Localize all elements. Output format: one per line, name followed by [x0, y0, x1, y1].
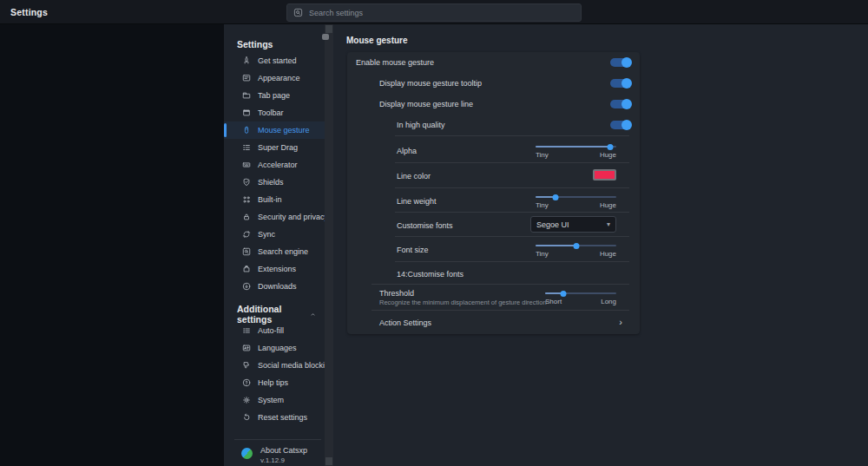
sidebar-item-label: Languages [258, 344, 297, 352]
help-icon [242, 378, 251, 387]
sidebar-item-reset-settings[interactable]: Reset settings [224, 409, 325, 426]
line-weight-slider[interactable]: Tiny Huge [536, 196, 616, 209]
sidebar-item-get-started[interactable]: Get started [224, 52, 325, 69]
page-title: Mouse gesture [346, 36, 408, 45]
sidebar-header: Settings [224, 36, 325, 52]
setting-label: Display mouse gesture tooltip [379, 79, 482, 88]
alpha-slider[interactable]: Tiny Huge [536, 146, 616, 159]
gesture-tooltip-row: Display mouse gesture tooltip [347, 73, 640, 94]
high-quality-toggle[interactable] [610, 121, 631, 129]
gesture-tooltip-toggle[interactable] [610, 79, 631, 88]
sidebar-item-label: Social media blocking [258, 361, 333, 370]
about-catsxp[interactable]: About Catsxp v.1.12.9 [234, 439, 321, 466]
appearance-icon [242, 74, 251, 82]
sidebar-item-label: Appearance [258, 74, 300, 82]
window-title: Settings [10, 0, 48, 24]
action-settings-row[interactable]: Action Settings › [347, 311, 640, 334]
slider-min-label: Tiny [536, 201, 549, 209]
sync-icon [242, 230, 251, 239]
sidebar-item-help-tips[interactable]: Help tips [224, 374, 325, 391]
sidebar-item-tab-page[interactable]: Tab page [224, 87, 325, 104]
toggle-knob [621, 57, 632, 68]
sidebar-item-downloads[interactable]: Downloads [224, 278, 325, 295]
scroll-down-button[interactable] [326, 457, 332, 465]
customise-fonts-row: Customise fonts Segoe UI ▾ [347, 213, 640, 237]
sidebar-item-label: Shields [258, 178, 284, 187]
sidebar-item-security-and-privacy[interactable]: Security and privacy [224, 208, 325, 226]
sidebar-item-social-media-blocking[interactable]: Social media blocking [224, 357, 325, 374]
slider-fill [536, 245, 576, 246]
threshold-slider[interactable]: Short Long [545, 292, 616, 305]
sidebar-scrollbar[interactable] [325, 24, 333, 466]
line-weight-row: Line weight Tiny Huge [347, 188, 640, 213]
sidebar-item-accelerator[interactable]: Accelerator [224, 156, 325, 174]
sidebar-item-system[interactable]: System [224, 391, 325, 409]
font-select[interactable]: Segoe UI ▾ [530, 216, 616, 233]
search-icon [293, 5, 303, 21]
line-color-swatch[interactable] [593, 169, 616, 180]
setting-label: Threshold [379, 289, 414, 298]
sidebar-item-appearance[interactable]: Appearance [224, 69, 325, 87]
apps-icon [242, 195, 251, 204]
sidebar-item-toolbar[interactable]: Toolbar [224, 104, 325, 121]
list-icon [242, 326, 251, 335]
sidebar-item-sync[interactable]: Sync [224, 226, 325, 243]
search-input[interactable] [309, 9, 575, 17]
sidebar-item-languages[interactable]: Languages [224, 339, 325, 357]
sidebar-item-super-drag[interactable]: Super Drag [224, 139, 325, 156]
sidebar-item-label: Sync [258, 230, 275, 239]
sidebar-item-label: Get started [258, 56, 297, 65]
additional-settings-header[interactable]: Additional settings [224, 306, 325, 322]
sidebar-item-shields[interactable]: Shields [224, 174, 325, 191]
setting-label: Line color [397, 172, 431, 180]
mouse-icon [242, 126, 251, 135]
settings-search[interactable] [286, 3, 582, 22]
sidebar-item-label: Mouse gesture [258, 126, 310, 135]
sidebar-item-label: Extensions [258, 265, 296, 273]
slider-max-label: Huge [600, 250, 616, 258]
sidebar-item-mouse-gesture[interactable]: Mouse gesture [224, 121, 325, 139]
slider-track[interactable] [536, 196, 616, 198]
slider-track[interactable] [536, 146, 616, 148]
sidebar-item-auto-fill[interactable]: Auto-fill [224, 322, 325, 339]
font-preview-row: 14:Customise fonts [347, 262, 640, 285]
slider-thumb[interactable] [560, 291, 566, 297]
toggle-knob [621, 99, 632, 109]
sidebar-item-label: System [258, 396, 284, 404]
catsxp-logo [241, 448, 253, 459]
setting-label: Line weight [397, 197, 437, 206]
chevron-right-icon: › [619, 317, 622, 327]
sidebar-item-label: Built-in [258, 195, 282, 204]
slider-track[interactable] [545, 292, 616, 294]
slider-thumb[interactable] [573, 243, 579, 249]
enable-mouse-gesture-toggle[interactable] [610, 58, 631, 67]
slider-track[interactable] [536, 245, 616, 246]
font-size-row: Font size Tiny Huge [347, 237, 640, 262]
gear-icon [242, 396, 251, 404]
sidebar-item-extensions[interactable]: Extensions [224, 260, 325, 278]
sidebar-item-label: Reset settings [258, 413, 307, 422]
slider-max-label: Huge [600, 151, 616, 159]
about-version: v.1.12.9 [260, 456, 307, 464]
rocket-icon [242, 56, 251, 65]
gesture-line-toggle[interactable] [610, 100, 631, 108]
about-label: About Catsxp [260, 446, 307, 455]
enable-mouse-gesture-row: Enable mouse gesture [347, 52, 640, 73]
sidebar-item-label: Super Drag [258, 143, 298, 152]
sidebar-item-built-in[interactable]: Built-in [224, 191, 325, 208]
scroll-up-button[interactable] [326, 25, 332, 33]
scrollbar-thumb[interactable] [322, 34, 329, 40]
sidebar-item-label: Auto-fill [258, 326, 284, 335]
sidebar-item-search-engine[interactable]: Search engine [224, 243, 325, 260]
sidebar-item-label: Help tips [258, 378, 288, 387]
puzzle-icon [242, 265, 251, 273]
slider-thumb[interactable] [553, 194, 559, 200]
font-size-slider[interactable]: Tiny Huge [536, 245, 616, 258]
sidebar-item-label: Search engine [258, 247, 308, 256]
sidebar: Settings Get started Appearance Tab page… [224, 24, 325, 466]
action-settings-label: Action Settings [379, 318, 431, 327]
slider-fill [536, 146, 610, 148]
slider-max-label: Huge [600, 201, 616, 209]
thumbs-down-icon [242, 361, 251, 370]
slider-thumb[interactable] [607, 144, 613, 150]
